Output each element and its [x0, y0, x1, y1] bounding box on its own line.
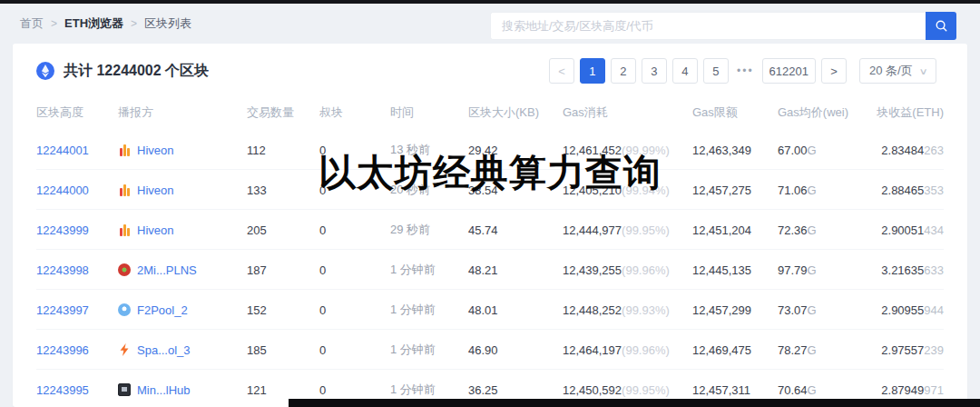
- gas-used-percent: (99.93%): [622, 303, 670, 317]
- pagination-last-page[interactable]: 612201: [762, 58, 816, 84]
- breadcrumb-separator: >: [51, 17, 57, 30]
- search-bar: [490, 12, 956, 40]
- gas-used: 12,464,197(99.96%): [563, 330, 692, 370]
- table-row: 12243998 2Mi...PLNS 187 0 1 分钟前 48.21 12…: [36, 250, 944, 290]
- col-uncles: 叔块: [319, 96, 390, 130]
- col-gas-price: Gas均价(wei): [778, 96, 868, 130]
- search-icon: [935, 19, 948, 33]
- pagination-ellipsis[interactable]: •••: [734, 65, 757, 77]
- mininghub-icon: [118, 383, 131, 396]
- block-height-link[interactable]: 12244000: [36, 184, 89, 197]
- block-reward: 2.83484263: [868, 130, 944, 170]
- gas-used: 12,444,977(99.95%): [563, 210, 692, 250]
- page-size-value: 20 条/页: [869, 63, 913, 79]
- block-reward: 2.97557239: [868, 330, 944, 370]
- gas-limit: 12,463,349: [692, 130, 778, 170]
- col-miner: 播报方: [118, 96, 247, 130]
- uncle-count: 0: [319, 330, 390, 370]
- block-time: 1 分钟前: [390, 330, 468, 370]
- gas-used-percent: (99.95%): [622, 383, 670, 397]
- page-title: 共计 12244002 个区块: [64, 62, 209, 81]
- pagination: < 1 2 3 4 5 ••• 612201 > 20 条/页 ∨: [549, 58, 936, 84]
- f2pool-icon: [118, 303, 131, 316]
- gas-price: 97.79G: [778, 250, 868, 290]
- uncle-count: 0: [319, 210, 390, 250]
- chevron-down-icon: ∨: [918, 66, 927, 76]
- gas-used: 12,439,255(99.96%): [563, 250, 692, 290]
- block-height-link[interactable]: 12243998: [36, 263, 89, 277]
- breadcrumb-separator: >: [131, 17, 137, 30]
- gas-price: 73.07G: [778, 290, 868, 330]
- breadcrumb-eth-explorer[interactable]: ETH浏览器: [64, 15, 123, 32]
- gas-limit: 12,451,204: [692, 210, 778, 250]
- block-height-link[interactable]: 12244001: [36, 144, 89, 157]
- hiveon-icon: [118, 184, 131, 196]
- hiveon-icon: [118, 144, 131, 156]
- block-size: 48.21: [468, 250, 563, 290]
- miner-link[interactable]: Hiveon: [137, 223, 173, 237]
- gas-limit: 12,457,275: [692, 170, 778, 210]
- col-time: 时间: [390, 96, 468, 130]
- hiveon-icon: [118, 223, 131, 236]
- block-table: 区块高度 播报方 交易数量 叔块 时间 区块大小(KB) Gas消耗 Gas限额…: [36, 96, 944, 407]
- gas-limit: 12,457,299: [692, 290, 778, 330]
- breadcrumb: 首页 > ETH浏览器 > 区块列表: [20, 15, 191, 32]
- bottom-black-bar: [289, 399, 980, 407]
- block-time: 1 分钟前: [390, 250, 468, 290]
- block-list-card: 共计 12244002 个区块 < 1 2 3 4 5 ••• 612201 >…: [13, 44, 967, 407]
- miner-link[interactable]: F2Pool_2: [137, 303, 188, 317]
- block-height-link[interactable]: 12243997: [36, 303, 89, 317]
- miner-link[interactable]: Hiveon: [137, 184, 173, 197]
- gas-used-percent: (99.95%): [622, 223, 670, 237]
- block-size: 45.74: [468, 210, 563, 250]
- block-reward: 2.90051434: [868, 210, 944, 250]
- table-row: 12243996 Spa...ol_3 185 0 1 分钟前 46.90 12…: [36, 330, 944, 370]
- col-block-height: 区块高度: [36, 96, 118, 130]
- pagination-page-4[interactable]: 4: [672, 58, 698, 84]
- pagination-page-3[interactable]: 3: [642, 58, 667, 84]
- tx-count: 205: [247, 210, 319, 250]
- uncle-count: 0: [319, 250, 390, 290]
- block-height-link[interactable]: 12243999: [36, 223, 89, 237]
- uncle-count: 0: [319, 290, 390, 330]
- tx-count: 187: [247, 250, 319, 290]
- table-row: 12243997 F2Pool_2 152 0 1 分钟前 48.01 12,4…: [36, 290, 944, 330]
- block-time: 1 分钟前: [390, 290, 468, 330]
- breadcrumb-home[interactable]: 首页: [20, 15, 44, 32]
- miner-link[interactable]: Spa...ol_3: [137, 343, 191, 357]
- gas-price: 78.27G: [778, 330, 868, 370]
- block-reward: 3.21635633: [868, 250, 944, 290]
- pagination-page-5[interactable]: 5: [703, 58, 729, 84]
- card-header: 共计 12244002 个区块 < 1 2 3 4 5 ••• 612201 >…: [13, 44, 967, 96]
- block-height-link[interactable]: 12243995: [36, 383, 89, 397]
- gas-price: 72.36G: [778, 210, 868, 250]
- breadcrumb-block-list: 区块列表: [144, 15, 191, 32]
- pagination-page-1[interactable]: 1: [580, 58, 605, 84]
- tx-count: 133: [247, 170, 319, 210]
- 2miners-icon: [118, 263, 131, 276]
- watermark-text: 以太坊经典算力查询: [318, 148, 662, 198]
- sparkpool-lightning-icon: [118, 343, 131, 356]
- block-reward: 2.88465353: [868, 170, 944, 210]
- page-size-select[interactable]: 20 条/页 ∨: [859, 58, 936, 84]
- gas-used-percent: (99.96%): [622, 343, 670, 357]
- miner-link[interactable]: Min...lHub: [137, 383, 191, 397]
- block-size: 46.90: [468, 330, 563, 370]
- miner-link[interactable]: 2Mi...PLNS: [137, 263, 197, 277]
- search-button[interactable]: [926, 12, 956, 40]
- breadcrumb-bar: 首页 > ETH浏览器 > 区块列表: [0, 4, 980, 44]
- gas-limit: 12,445,135: [692, 250, 778, 290]
- pagination-next-button[interactable]: >: [821, 58, 847, 84]
- miner-link[interactable]: Hiveon: [137, 144, 173, 157]
- pagination-prev-button[interactable]: <: [549, 58, 574, 84]
- block-height-link[interactable]: 12243996: [36, 343, 89, 357]
- pagination-page-2[interactable]: 2: [611, 58, 636, 84]
- gas-used-percent: (99.96%): [622, 263, 670, 277]
- block-size: 48.01: [468, 290, 563, 330]
- tx-count: 152: [247, 290, 319, 330]
- col-tx-count: 交易数量: [247, 96, 319, 130]
- gas-limit: 12,469,475: [692, 330, 778, 370]
- tx-count: 112: [247, 130, 319, 170]
- block-time: 29 秒前: [390, 210, 468, 250]
- search-input[interactable]: [490, 12, 926, 40]
